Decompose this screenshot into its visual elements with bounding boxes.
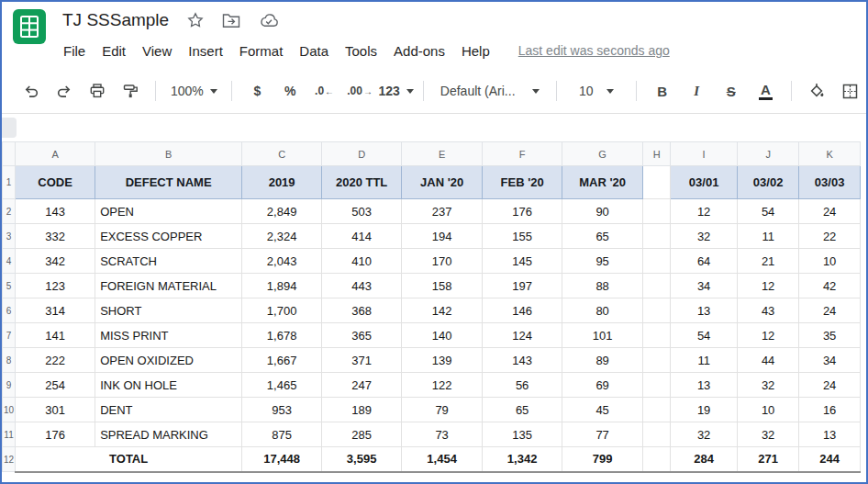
select-all-corner[interactable] [3, 142, 16, 166]
sheets-logo[interactable] [11, 8, 48, 45]
cell[interactable]: MISS PRINT [95, 323, 242, 348]
cell[interactable]: DENT [95, 398, 242, 422]
cell[interactable]: 142 [402, 298, 483, 323]
menu-insert[interactable]: Insert [180, 40, 231, 62]
strikethrough-button[interactable]: S [717, 78, 746, 104]
bold-button[interactable]: B [648, 78, 677, 104]
cell[interactable]: 158 [402, 274, 483, 298]
cell[interactable]: 244 [799, 447, 861, 472]
cell[interactable]: 170 [402, 249, 483, 274]
cell[interactable] [643, 199, 671, 224]
cell[interactable]: 56 [483, 373, 562, 398]
total-label-cell[interactable]: TOTAL [16, 447, 242, 472]
cell[interactable]: 11 [671, 348, 738, 373]
paint-format-button[interactable] [117, 78, 144, 104]
column-header-G[interactable]: G [562, 142, 643, 166]
cell[interactable]: 503 [322, 199, 402, 224]
cell[interactable]: 371 [322, 348, 402, 373]
menu-format[interactable]: Format [231, 40, 292, 62]
increase-decimal-button[interactable]: .00 → [345, 78, 374, 104]
cell[interactable]: 145 [483, 249, 562, 274]
cell[interactable]: 122 [402, 373, 483, 398]
header-cell[interactable]: CODE [16, 166, 95, 199]
cell[interactable]: 2,849 [242, 199, 322, 224]
more-formats-button[interactable]: 123 [380, 78, 412, 104]
column-header-B[interactable]: B [95, 142, 242, 166]
menu-data[interactable]: Data [291, 40, 337, 62]
cell[interactable]: 10 [738, 398, 799, 422]
cell[interactable]: 16 [799, 398, 861, 422]
column-header-J[interactable]: J [738, 142, 799, 166]
cell[interactable]: SPREAD MARKING [95, 422, 242, 447]
cell[interactable]: 12 [738, 323, 799, 348]
cell[interactable]: 80 [562, 298, 643, 323]
cell[interactable]: 953 [242, 398, 322, 422]
column-header-D[interactable]: D [322, 142, 402, 166]
cell[interactable]: 197 [483, 274, 562, 298]
cell[interactable]: 45 [562, 398, 643, 422]
cell[interactable] [643, 224, 671, 249]
menu-file[interactable]: File [55, 40, 94, 62]
cell[interactable]: 222 [16, 348, 95, 373]
cell[interactable]: 101 [562, 323, 643, 348]
cell[interactable]: 799 [562, 447, 643, 472]
cell[interactable]: 79 [402, 398, 483, 422]
cell[interactable]: 176 [483, 199, 562, 224]
cell[interactable]: 2,324 [242, 224, 322, 249]
cell[interactable]: 32 [671, 224, 738, 249]
header-cell[interactable]: 03/03 [799, 166, 861, 199]
row-header[interactable]: 10 [3, 398, 16, 422]
cell[interactable]: 146 [483, 298, 562, 323]
cell[interactable] [643, 249, 671, 274]
cell[interactable]: 24 [799, 298, 861, 323]
cell[interactable]: 143 [483, 348, 562, 373]
header-cell[interactable]: FEB '20 [483, 166, 562, 199]
cell[interactable]: 24 [799, 373, 861, 398]
zoom-select[interactable]: 100% [167, 78, 221, 104]
cell[interactable]: 65 [483, 398, 562, 422]
fill-color-button[interactable] [803, 78, 830, 104]
cell[interactable]: 42 [799, 274, 861, 298]
row-header[interactable]: 1 [3, 166, 16, 199]
cell[interactable]: 17,448 [242, 447, 322, 472]
cell[interactable]: 1,454 [402, 447, 483, 472]
cell[interactable]: 32 [671, 422, 738, 447]
format-percent-button[interactable]: % [276, 78, 304, 104]
header-cell[interactable]: 03/01 [671, 166, 738, 199]
cell[interactable]: 155 [483, 224, 562, 249]
header-cell[interactable]: MAR '20 [562, 166, 643, 199]
cell[interactable]: 314 [16, 298, 95, 323]
cell[interactable]: 140 [402, 323, 483, 348]
cell[interactable]: 414 [322, 224, 402, 249]
cell[interactable]: 24 [799, 199, 861, 224]
cell[interactable]: 35 [799, 323, 861, 348]
text-color-button[interactable]: A [751, 78, 781, 104]
cell[interactable]: 95 [562, 249, 643, 274]
row-header[interactable]: 7 [3, 323, 16, 348]
cell[interactable]: 65 [562, 224, 643, 249]
cell[interactable] [643, 398, 671, 422]
cell[interactable]: 10 [799, 249, 861, 274]
move-to-folder-button[interactable] [222, 13, 240, 28]
cell[interactable]: 77 [562, 422, 643, 447]
cell[interactable]: 2,043 [242, 249, 322, 274]
cell[interactable]: 443 [322, 274, 402, 298]
cell[interactable]: 3,595 [322, 447, 402, 472]
header-cell[interactable]: 2020 TTL [322, 166, 402, 199]
cell[interactable]: 44 [738, 348, 799, 373]
font-select[interactable]: Default (Ari... [435, 78, 545, 104]
italic-button[interactable]: I [682, 78, 711, 104]
row-header[interactable]: 5 [3, 274, 16, 298]
cell[interactable] [643, 274, 671, 298]
cell[interactable]: OPEN OXIDIZED [95, 348, 242, 373]
cell[interactable]: 11 [738, 224, 799, 249]
menu-edit[interactable]: Edit [94, 40, 134, 62]
cell[interactable]: 12 [671, 199, 738, 224]
cell[interactable]: 368 [322, 298, 402, 323]
cell[interactable]: 284 [671, 447, 738, 472]
row-header[interactable]: 9 [3, 373, 16, 398]
borders-button[interactable] [836, 78, 863, 104]
cell[interactable]: 342 [16, 249, 95, 274]
header-cell[interactable] [643, 166, 671, 199]
cell[interactable]: 123 [16, 274, 95, 298]
